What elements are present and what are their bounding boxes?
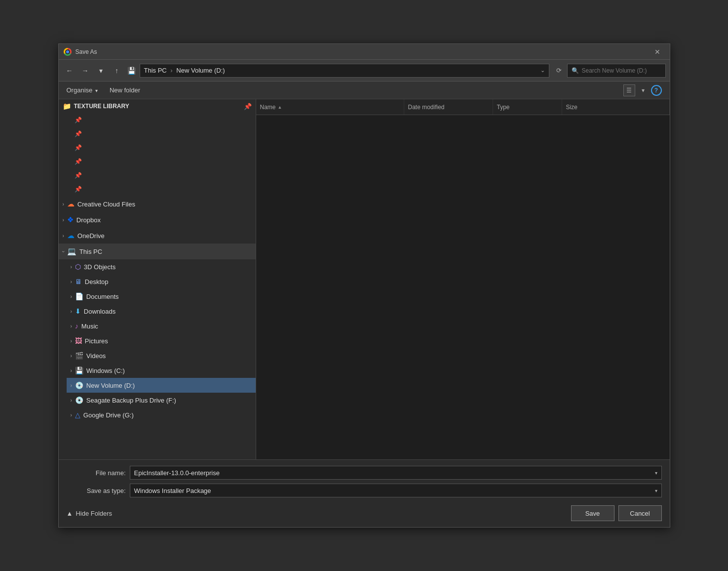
col-type-label: Type [497, 104, 510, 111]
close-button[interactable]: ✕ [650, 47, 665, 57]
col-name-label: Name [260, 104, 276, 111]
google-drive-g-label: Google Drive (G:) [83, 411, 134, 419]
sidebar-item-new-volume-d[interactable]: › 💿 New Volume (D:) [67, 378, 256, 393]
view-dropdown-button[interactable]: ▾ [637, 84, 649, 96]
refresh-button[interactable]: ⟳ [553, 65, 565, 77]
pin-item-6[interactable]: 📌 [63, 182, 256, 196]
3d-objects-icon: ⬡ [75, 263, 81, 271]
col-header-size[interactable]: Size [562, 99, 670, 115]
chevron-new-volume-d: › [71, 383, 72, 388]
col-header-type[interactable]: Type [493, 99, 562, 115]
chevron-google-drive-g: › [71, 412, 72, 418]
3d-objects-label: 3D Objects [84, 263, 115, 271]
main-area: 📁 TEXTURE LIBRARY 📌 📌 📌 📌 📌 📌 📌 › ☁ Crea… [59, 99, 670, 459]
dropbox-label: Dropbox [77, 216, 101, 224]
pin-item-3[interactable]: 📌 [63, 141, 256, 155]
list-view-button[interactable]: ☰ [623, 84, 635, 96]
hide-folders-toggle[interactable]: ▲ Hide Folders [67, 510, 113, 517]
videos-label: Videos [86, 352, 106, 360]
sidebar-item-google-drive-g[interactable]: › △ Google Drive (G:) [67, 408, 256, 422]
title-bar: Save As ✕ [59, 44, 670, 60]
search-input[interactable] [582, 67, 661, 74]
sidebar-item-dropbox[interactable]: › ❖ Dropbox [59, 212, 256, 228]
up-button[interactable]: ↑ [110, 64, 124, 78]
pin-item-1[interactable]: 📌 [63, 113, 256, 127]
creative-cloud-label: Creative Cloud Files [77, 201, 135, 208]
pin-icon-1: 📌 [75, 117, 82, 123]
desktop-label: Desktop [85, 278, 109, 286]
pictures-icon: 🖼 [75, 337, 82, 345]
pin-active-icon: 📌 [244, 103, 252, 110]
pictures-label: Pictures [85, 337, 108, 345]
chrome-icon [64, 48, 72, 56]
chevron-desktop: › [71, 279, 72, 285]
pin-item-4[interactable]: 📌 [63, 155, 256, 168]
file-name-row: File name: EpicInstaller-13.0.0-enterpri… [67, 466, 662, 480]
address-part-volume[interactable]: New Volume (D:) [176, 67, 225, 74]
chevron-dropbox: › [63, 217, 64, 223]
desktop-icon: 🖥 [75, 278, 82, 286]
pin-item-5[interactable]: 📌 [63, 168, 256, 182]
pin-icon-2: 📌 [75, 130, 82, 137]
pin-icon-4: 📌 [75, 158, 82, 165]
chevron-seagate-f: › [71, 398, 72, 403]
col-date-label: Date modified [408, 104, 445, 111]
downloads-icon: ⬇ [75, 307, 81, 315]
pin-icon-3: 📌 [75, 144, 82, 151]
address-dropdown-chevron[interactable]: ⌄ [540, 67, 545, 74]
sidebar-section-texture-library[interactable]: 📁 TEXTURE LIBRARY 📌 [59, 99, 256, 113]
file-name-value: EpicInstaller-13.0.0-enterprise [134, 469, 220, 477]
new-folder-button[interactable]: New folder [106, 84, 144, 96]
sidebar-item-onedrive[interactable]: › ☁ OneDrive [59, 228, 256, 244]
sidebar-item-downloads[interactable]: › ⬇ Downloads [67, 304, 256, 319]
col-header-date-modified[interactable]: Date modified [404, 99, 493, 115]
sidebar-item-seagate-f[interactable]: › 💿 Seagate Backup Plus Drive (F:) [67, 393, 256, 408]
pinned-items-group: 📌 📌 📌 📌 📌 📌 [59, 113, 256, 196]
downloads-label: Downloads [84, 308, 115, 315]
pin-item-2[interactable]: 📌 [63, 127, 256, 141]
search-icon: 🔍 [572, 67, 579, 74]
sidebar-item-desktop[interactable]: › 🖥 Desktop [67, 274, 256, 289]
this-pc-icon: 💻 [67, 247, 77, 256]
help-button[interactable]: ? [651, 85, 662, 96]
forward-button[interactable]: → [78, 64, 92, 78]
hide-folders-label: Hide Folders [76, 510, 112, 517]
back-button[interactable]: ← [63, 64, 77, 78]
sidebar-item-documents[interactable]: › 📄 Documents [67, 289, 256, 304]
action-buttons: Save Cancel [571, 505, 662, 521]
google-drive-icon: △ [75, 411, 80, 419]
sidebar-item-pictures[interactable]: › 🖼 Pictures [67, 333, 256, 348]
chevron-windows-c: › [71, 368, 72, 373]
save-type-chevron: ▾ [655, 488, 657, 493]
cancel-button[interactable]: Cancel [618, 505, 662, 521]
sidebar-item-videos[interactable]: › 🎬 Videos [67, 348, 256, 363]
save-type-label: Save as type: [67, 487, 126, 494]
sidebar-item-this-pc[interactable]: › 💻 This PC [59, 244, 256, 259]
save-type-input[interactable]: Windows Installer Package ▾ [130, 484, 662, 497]
save-button[interactable]: Save [571, 505, 614, 521]
col-header-name[interactable]: Name ▲ [256, 99, 404, 115]
address-part-thispc[interactable]: This PC [144, 67, 167, 74]
recent-locations-button[interactable]: ▾ [94, 64, 108, 78]
file-name-label: File name: [67, 469, 126, 477]
documents-icon: 📄 [75, 292, 83, 300]
view-options: ☰ ▾ ? [623, 84, 666, 96]
pin-icon-5: 📌 [75, 172, 82, 179]
chevron-music: › [71, 324, 72, 329]
onedrive-label: OneDrive [77, 232, 105, 240]
address-bar-drive-icon: 💾 [126, 65, 138, 77]
save-as-dialog: Save As ✕ ← → ▾ ↑ 💾 This PC › New Volume… [58, 43, 670, 528]
texture-library-label: TEXTURE LIBRARY [74, 103, 241, 110]
organise-button[interactable]: Organise ▾ [63, 84, 102, 96]
file-name-input[interactable]: EpicInstaller-13.0.0-enterprise ▾ [130, 466, 662, 480]
new-volume-d-label: New Volume (D:) [86, 382, 135, 389]
sidebar-item-3d-objects[interactable]: › ⬡ 3D Objects [67, 259, 256, 274]
sidebar-item-creative-cloud[interactable]: › ☁ Creative Cloud Files [59, 196, 256, 212]
creative-cloud-icon: ☁ [67, 200, 75, 208]
sidebar-item-windows-c[interactable]: › 💾 Windows (C:) [67, 363, 256, 378]
secondary-toolbar: Organise ▾ New folder ☰ ▾ ? [59, 82, 670, 99]
address-bar[interactable]: This PC › New Volume (D:) ⌄ [140, 64, 549, 78]
chevron-videos: › [71, 353, 72, 359]
music-icon: ♪ [75, 322, 78, 330]
sidebar-item-music[interactable]: › ♪ Music [67, 319, 256, 333]
